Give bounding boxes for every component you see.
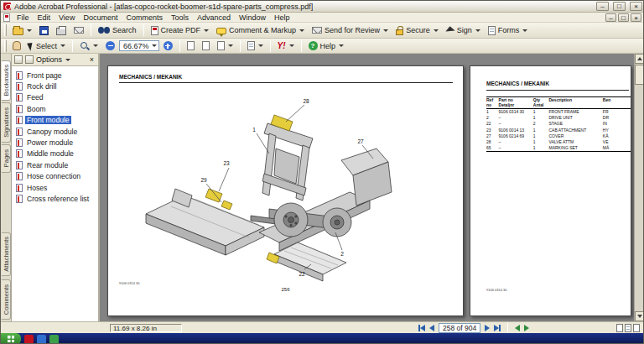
- save-icon: [39, 26, 49, 35]
- search-binoculars-icon: [98, 26, 110, 34]
- first-page-button[interactable]: [418, 325, 425, 331]
- bookmark-item[interactable]: Cross reference list: [12, 193, 98, 204]
- quicklaunch-messenger-icon[interactable]: [49, 335, 59, 344]
- expand-bookmarks-icon[interactable]: [25, 55, 34, 64]
- page-indicator[interactable]: 258 of 904: [439, 323, 480, 333]
- hand-tool-button[interactable]: [9, 39, 24, 53]
- menu-view[interactable]: View: [55, 13, 79, 23]
- sign-button[interactable]: Sign: [443, 23, 484, 37]
- select-tool-button[interactable]: Select: [25, 39, 69, 53]
- vertical-scrollbar[interactable]: [634, 54, 644, 321]
- doc-restore-button[interactable]: □: [618, 13, 629, 22]
- email-icon: [74, 27, 84, 34]
- tab-attachments[interactable]: Attachments: [2, 232, 11, 276]
- scroll-down-button[interactable]: [635, 311, 644, 321]
- email-button[interactable]: [70, 23, 87, 37]
- close-button[interactable]: ×: [630, 2, 642, 11]
- bookmark-item[interactable]: Front page: [12, 70, 98, 81]
- search-button[interactable]: Search: [95, 23, 140, 37]
- bookmark-item[interactable]: Rear module: [12, 159, 98, 170]
- bookmark-item[interactable]: Feed: [12, 92, 98, 103]
- menu-advanced[interactable]: Advanced: [193, 13, 235, 23]
- dropdown-arrow-icon: [434, 29, 439, 32]
- bookmark-item[interactable]: Hoses: [12, 182, 98, 193]
- bookmarks-panel-header: Options ×: [12, 54, 98, 66]
- last-page-button[interactable]: [494, 325, 501, 331]
- bookmark-item[interactable]: Rock drill: [12, 81, 98, 91]
- rotate-view-icon: [247, 41, 255, 50]
- actual-size-button[interactable]: [184, 39, 198, 53]
- send-for-review-button[interactable]: Send for Review: [309, 23, 392, 37]
- fit-page-button[interactable]: [199, 39, 213, 53]
- bookmark-icon: [16, 128, 23, 136]
- yahoo-toolbar-button[interactable]: Y!: [274, 39, 298, 53]
- doc-close-button[interactable]: ×: [631, 13, 641, 22]
- zoom-tool-button[interactable]: [76, 39, 101, 53]
- bookmark-item[interactable]: Middle module: [12, 149, 98, 159]
- menu-document[interactable]: Document: [79, 13, 122, 23]
- table-row: 279106 0214 691COVERKÅ: [486, 133, 631, 139]
- view-toolbar: Select 66.67% Y! ?Help: [1, 39, 644, 54]
- fit-width-button[interactable]: [214, 39, 236, 53]
- previous-view-button[interactable]: [515, 325, 520, 331]
- previous-page-button[interactable]: [429, 325, 434, 331]
- tab-pages[interactable]: Pages: [2, 144, 11, 173]
- quicklaunch-browser-icon[interactable]: [37, 335, 46, 344]
- doc-minimize-button[interactable]: –: [605, 13, 616, 22]
- fit-page-icon: [202, 41, 210, 50]
- quicklaunch-acrobat-icon[interactable]: [24, 335, 34, 344]
- next-page-button[interactable]: [485, 325, 490, 331]
- save-button[interactable]: [36, 23, 52, 37]
- bookmark-item[interactable]: Power module: [12, 137, 98, 148]
- start-button[interactable]: [1, 333, 21, 344]
- callout-22: 22: [299, 271, 305, 277]
- zoom-level-combo[interactable]: 66.67%: [119, 40, 159, 51]
- next-view-button[interactable]: [524, 325, 529, 331]
- bookmark-item[interactable]: Canopy module: [12, 126, 98, 137]
- bookmark-item-selected[interactable]: Front module: [12, 115, 98, 126]
- scrollbar-thumb[interactable]: [635, 65, 644, 85]
- panel-close-button[interactable]: ×: [88, 56, 96, 64]
- bookmark-item[interactable]: Boom: [12, 103, 98, 114]
- options-menu-button[interactable]: Options: [36, 55, 62, 64]
- tab-bookmarks[interactable]: Bookmarks: [2, 60, 11, 101]
- menu-file[interactable]: File: [13, 13, 34, 23]
- document-pane[interactable]: MECHANICS / MEKANIK: [100, 54, 644, 321]
- bookmark-item[interactable]: Hose connection: [12, 171, 98, 182]
- help-button[interactable]: ?Help: [305, 39, 348, 53]
- menu-comments[interactable]: Comments: [122, 13, 167, 23]
- bookmark-icon: [16, 161, 23, 169]
- menu-window[interactable]: Window: [235, 13, 270, 23]
- comment-markup-button[interactable]: Comment & Markup: [213, 23, 308, 37]
- table-header-row: Refno Part noDetaljnr QtyAntal Descripti…: [486, 97, 631, 109]
- menu-tools[interactable]: Tools: [167, 13, 193, 23]
- maximize-button[interactable]: □: [613, 2, 626, 11]
- lock-icon: [396, 29, 403, 35]
- drawing-number: 9106 0314 30: [119, 281, 139, 285]
- scroll-up-button[interactable]: [635, 54, 644, 64]
- create-pdf-button[interactable]: Create PDF: [148, 23, 213, 37]
- menu-help[interactable]: Help: [270, 13, 294, 23]
- toolbar-separator: [143, 24, 144, 36]
- dropdown-arrow-icon: [522, 29, 527, 32]
- minimize-button[interactable]: –: [596, 2, 609, 11]
- zoom-out-button[interactable]: [102, 39, 118, 53]
- forms-button[interactable]: Forms: [485, 23, 532, 37]
- print-button[interactable]: [53, 23, 70, 37]
- menu-edit[interactable]: Edit: [34, 13, 55, 23]
- bookmark-icon: [16, 184, 23, 192]
- single-page-layout-button[interactable]: [616, 324, 623, 332]
- continuous-layout-button[interactable]: [625, 324, 631, 332]
- toolbar-grip[interactable]: [4, 40, 7, 52]
- window-title: Adobe Acrobat Professional - [atlas-copc…: [14, 3, 592, 11]
- facing-layout-button[interactable]: [633, 324, 640, 332]
- tab-signatures[interactable]: Signatures: [2, 102, 11, 143]
- zoom-in-button[interactable]: [160, 39, 176, 53]
- tab-comments[interactable]: Comments: [2, 279, 11, 320]
- open-button[interactable]: [9, 23, 35, 37]
- secure-button[interactable]: Secure: [392, 23, 442, 37]
- sign-label: Sign: [457, 26, 472, 34]
- new-bookmark-icon[interactable]: [14, 55, 23, 64]
- toolbar-grip[interactable]: [4, 24, 7, 36]
- rotate-view-button[interactable]: [244, 39, 267, 53]
